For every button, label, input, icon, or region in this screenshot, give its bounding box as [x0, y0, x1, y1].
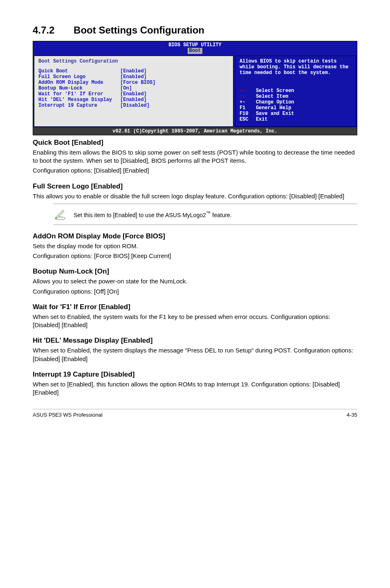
- bios-nav-label: Change Option: [256, 99, 294, 105]
- bios-nav-key: +-: [240, 99, 256, 105]
- bios-nav-row: F10Save and Exit: [240, 111, 352, 117]
- bios-left-panel: Boot Settings Configuration Quick Boot[E…: [34, 56, 233, 127]
- bios-setting-label: Quick Boot: [38, 68, 120, 74]
- bios-nav-label: Exit: [256, 117, 268, 122]
- section-title: 4.7.2 Boot Settings Configuration: [33, 25, 357, 36]
- bios-setting-row: Quick Boot[Enabled]: [38, 68, 229, 74]
- bios-setting-row: Full Screen Logo[Enabled]: [38, 74, 229, 80]
- footer-left: ASUS P5E3 WS Professional: [33, 412, 103, 418]
- bios-help-text: Allows BIOS to skip certain tests while …: [240, 58, 352, 76]
- full-screen-body1: This allows you to enable or disable the…: [33, 192, 357, 200]
- bios-setting-value: [On]: [120, 85, 132, 91]
- bios-setting-row: Hit 'DEL' Message Display[Enabled]: [38, 97, 229, 103]
- bios-nav-key: ↑↓: [240, 94, 256, 99]
- bootup-heading: Bootup Num-Lock [On]: [33, 267, 357, 276]
- bios-setting-label: AddOn ROM Display Mode: [38, 80, 120, 85]
- bios-body: Boot Settings Configuration Quick Boot[E…: [33, 55, 357, 128]
- section-heading-text: Boot Settings Configuration: [74, 25, 204, 36]
- addon-heading: AddOn ROM Display Mode [Force BIOS]: [33, 232, 357, 240]
- hitdel-heading: Hit 'DEL' Message Display [Enabled]: [33, 337, 357, 345]
- quick-boot-heading: Quick Boot [Enabled]: [33, 139, 357, 147]
- bios-nav-label: General Help: [256, 105, 291, 111]
- bios-setting-value: [Disabled]: [120, 103, 150, 108]
- bios-nav-key: F10: [240, 111, 256, 117]
- footer-right: 4-35: [347, 412, 357, 418]
- bios-setting-label: Hit 'DEL' Message Display: [38, 97, 120, 103]
- bios-setting-label: Bootup Num-Lock: [38, 85, 120, 91]
- bios-right-panel: Allows BIOS to skip certain tests while …: [235, 56, 356, 127]
- bios-setting-value: [Enabled]: [120, 68, 147, 74]
- interrupt-heading: Interrupt 19 Capture [Disabled]: [33, 370, 357, 379]
- note-prefix: Set this item to [Enabled] to use the AS…: [74, 212, 206, 218]
- bios-setting-row: Interrupt 19 Capture[Disabled]: [38, 103, 229, 108]
- bios-setting-value: [Enabled]: [120, 97, 147, 103]
- bios-nav-row: ←→Select Screen: [240, 88, 352, 94]
- bios-nav-row: ↑↓Select Item: [240, 94, 352, 99]
- bios-nav-row: F1General Help: [240, 105, 352, 111]
- bios-nav-key: F1: [240, 105, 256, 111]
- addon-body1: Sets the display mode for option ROM.: [33, 242, 357, 250]
- trademark-icon: ™: [206, 210, 211, 215]
- waitf1-heading: Wait for 'F1' If Error [Enabled]: [33, 303, 357, 311]
- bios-left-heading: Boot Settings Configuration: [38, 58, 229, 64]
- bios-setting-value: [Enabled]: [120, 91, 147, 97]
- bios-setting-value: [Enabled]: [120, 74, 147, 80]
- interrupt-body1: When set to [Enabled], this function all…: [33, 380, 357, 397]
- note-row: Set this item to [Enabled] to use the AS…: [53, 204, 357, 225]
- addon-body2: Configuration options: [Force BIOS] [Kee…: [33, 252, 357, 260]
- section-number: 4.7.2: [33, 25, 54, 36]
- bios-setting-row: AddOn ROM Display Mode[Force BIOS]: [38, 80, 229, 85]
- bios-title-line1: BIOS SETUP UTILITY: [33, 42, 357, 48]
- bios-screenshot: BIOS SETUP UTILITY Boot Boot Settings Co…: [33, 41, 357, 135]
- bios-nav-label: Select Item: [256, 94, 288, 99]
- bootup-body2: Configuration options: [Off] [On]: [33, 287, 357, 296]
- bios-nav-row: +-Change Option: [240, 99, 352, 105]
- bios-setting-value: [Force BIOS]: [120, 80, 155, 85]
- full-screen-heading: Full Screen Logo [Enabled]: [33, 182, 357, 191]
- bios-setting-row: Bootup Num-Lock[On]: [38, 85, 229, 91]
- bios-nav-label: Select Screen: [256, 88, 294, 94]
- bios-nav-key: ESC: [240, 117, 256, 122]
- note-suffix: feature.: [211, 212, 231, 218]
- quick-boot-body2: Configuration options: [Disabled] [Enabl…: [33, 166, 357, 175]
- bios-nav-row: ESCExit: [240, 117, 352, 122]
- bootup-body1: Allows you to select the power-on state …: [33, 277, 357, 285]
- bios-setting-label: Full Screen Logo: [38, 74, 120, 80]
- bios-footer: v02.61 (C)Copyright 1985-2007, American …: [33, 128, 357, 135]
- bios-setting-row: Wait for 'F1' If Error[Enabled]: [38, 91, 229, 97]
- note-text: Set this item to [Enabled] to use the AS…: [74, 210, 357, 218]
- bios-active-tab: Boot: [188, 48, 203, 54]
- bios-titlebar: BIOS SETUP UTILITY Boot: [33, 41, 357, 55]
- pencil-icon: [53, 206, 74, 222]
- bios-nav-label: Save and Exit: [256, 111, 294, 117]
- waitf1-body1: When set to Enabled, the system waits fo…: [33, 313, 357, 330]
- hitdel-body1: When set to Enabled, the system displays…: [33, 346, 357, 363]
- page-footer: ASUS P5E3 WS Professional 4-35: [33, 409, 357, 418]
- quick-boot-body1: Enabling this item allows the BIOS to sk…: [33, 148, 357, 165]
- bios-nav-key: ←→: [240, 88, 256, 94]
- bios-setting-label: Wait for 'F1' If Error: [38, 91, 120, 97]
- bios-setting-label: Interrupt 19 Capture: [38, 103, 120, 108]
